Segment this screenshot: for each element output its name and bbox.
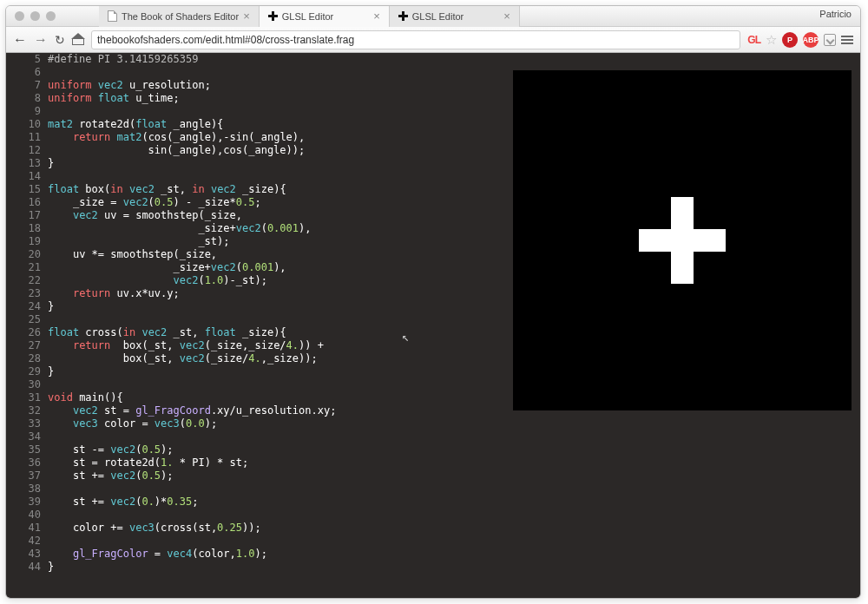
bookmark-star-icon[interactable]: ☆ (766, 32, 777, 48)
line-number: 25 (6, 313, 41, 326)
line-number: 29 (6, 365, 41, 378)
line-number: 11 (6, 131, 41, 144)
line-number: 27 (6, 339, 41, 352)
back-button[interactable]: ← (13, 32, 27, 48)
line-number: 36 (6, 456, 41, 469)
url-text: thebookofshaders.com/edit.html#08/cross-… (97, 34, 354, 46)
code-line[interactable]: vec3 color = vec3(0.0); (48, 417, 860, 430)
line-number: 10 (6, 118, 41, 131)
code-line[interactable]: gl_FragColor = vec4(color,1.0); (48, 548, 860, 561)
line-number: 35 (6, 443, 41, 456)
code-line[interactable]: color += vec3(cross(st,0.25)); (48, 522, 860, 535)
code-line[interactable]: st = rotate2d(1. * PI) * st; (48, 456, 860, 469)
pocket-icon[interactable] (824, 34, 836, 46)
browser-tab[interactable]: GLSL Editor× (260, 6, 390, 27)
line-number: 37 (6, 469, 41, 483)
code-line[interactable] (48, 430, 860, 443)
tab-label: GLSL Editor (282, 11, 334, 22)
line-number: 16 (6, 196, 41, 209)
code-line[interactable]: st -= vec2(0.5); (48, 443, 860, 456)
code-line[interactable] (48, 509, 860, 522)
browser-window: The Book of Shaders Editor×GLSL Editor×G… (5, 5, 861, 599)
line-number: 31 (6, 391, 41, 404)
line-number: 32 (6, 404, 41, 417)
line-number: 20 (6, 248, 41, 261)
toolbar: ← → ↻ thebookofshaders.com/edit.html#08/… (6, 27, 860, 53)
plus-icon (268, 11, 278, 21)
browser-tab[interactable]: The Book of Shaders Editor× (99, 6, 260, 27)
gl-extension-icon[interactable]: GL (747, 34, 760, 46)
line-number: 9 (6, 105, 41, 118)
line-number: 40 (6, 509, 41, 522)
code-line[interactable]: st += vec2(0.)*0.35; (48, 496, 860, 509)
plus-icon (398, 11, 408, 21)
tab-label: The Book of Shaders Editor (122, 11, 239, 22)
tab-label: GLSL Editor (412, 11, 464, 22)
line-number: 21 (6, 261, 41, 274)
reload-button[interactable]: ↻ (55, 33, 65, 47)
tab-strip: The Book of Shaders Editor×GLSL Editor×G… (99, 6, 520, 27)
home-button[interactable] (72, 35, 84, 45)
line-number: 41 (6, 522, 41, 535)
code-line[interactable] (48, 535, 860, 548)
window-controls (6, 11, 56, 21)
line-number: 14 (6, 170, 41, 183)
code-line[interactable]: } (48, 561, 860, 574)
line-number: 18 (6, 222, 41, 235)
minimize-window[interactable] (30, 11, 40, 21)
code-editor[interactable]: 5678910111213141516171819202122232425262… (6, 53, 860, 598)
line-number: 19 (6, 235, 41, 248)
line-number: 12 (6, 144, 41, 157)
line-number: 43 (6, 548, 41, 561)
shader-canvas[interactable] (513, 70, 852, 410)
close-tab-icon[interactable]: × (373, 10, 380, 23)
line-number: 42 (6, 535, 41, 548)
line-number: 15 (6, 183, 41, 196)
profile-name[interactable]: Patricio (819, 9, 852, 19)
line-number: 5 (6, 53, 41, 66)
line-number: 44 (6, 561, 41, 574)
close-window[interactable] (15, 11, 24, 21)
line-number: 38 (6, 483, 41, 496)
line-number: 33 (6, 417, 41, 430)
close-tab-icon[interactable]: × (243, 10, 250, 23)
line-number: 7 (6, 79, 41, 92)
line-number: 23 (6, 287, 41, 300)
line-number: 24 (6, 300, 41, 313)
code-line[interactable]: st += vec2(0.5); (48, 469, 860, 483)
cross-shape (639, 197, 726, 284)
line-number: 13 (6, 157, 41, 170)
extensions: GL ☆ P ABP (747, 32, 853, 48)
line-number: 6 (6, 66, 41, 79)
line-number: 17 (6, 209, 41, 222)
line-number: 39 (6, 496, 41, 509)
line-gutter: 5678910111213141516171819202122232425262… (6, 53, 48, 598)
titlebar: The Book of Shaders Editor×GLSL Editor×G… (6, 6, 860, 27)
line-number: 26 (6, 326, 41, 339)
forward-button[interactable]: → (34, 32, 48, 48)
hamburger-menu-icon[interactable] (841, 36, 853, 44)
code-line[interactable]: #define PI 3.14159265359 (48, 53, 860, 66)
page-icon (108, 10, 117, 22)
address-bar[interactable]: thebookofshaders.com/edit.html#08/cross-… (91, 30, 740, 49)
code-line[interactable] (48, 483, 860, 496)
adblock-icon[interactable]: ABP (803, 32, 819, 48)
line-number: 28 (6, 352, 41, 365)
line-number: 8 (6, 92, 41, 105)
pinterest-icon[interactable]: P (782, 32, 798, 48)
line-number: 22 (6, 274, 41, 287)
line-number: 34 (6, 430, 41, 443)
close-tab-icon[interactable]: × (503, 10, 510, 23)
line-number: 30 (6, 378, 41, 391)
zoom-window[interactable] (46, 11, 56, 21)
browser-tab[interactable]: GLSL Editor× (390, 6, 520, 27)
